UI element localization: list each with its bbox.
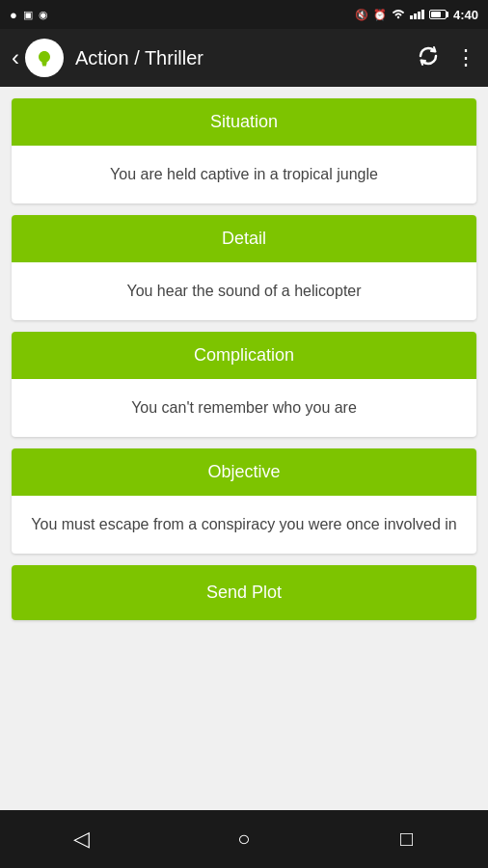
nav-bar: ◁ ○ □: [0, 810, 488, 868]
complication-text: You can't remember who you are: [131, 399, 357, 416]
refresh-icon: [417, 44, 440, 68]
signal-icon: [410, 10, 424, 19]
notification-icon: ●: [10, 8, 17, 22]
vibrate-icon: 🔇: [355, 9, 368, 21]
status-left-icons: ● ▣ ◉: [10, 8, 48, 22]
objective-header: Objective: [12, 448, 476, 496]
more-options-button[interactable]: ⋮: [455, 45, 476, 70]
objective-title: Objective: [207, 462, 280, 481]
nav-home-button[interactable]: ○: [220, 815, 268, 863]
recording-icon: ◉: [39, 9, 48, 21]
complication-card: Complication You can't remember who you …: [12, 332, 476, 437]
back-button[interactable]: ‹: [12, 44, 19, 71]
app-bar-actions: ⋮: [417, 44, 476, 71]
nav-back-button[interactable]: ◁: [57, 815, 105, 863]
app-bar-title: Action / Thriller: [75, 47, 417, 69]
situation-title: Situation: [210, 112, 278, 131]
nav-recent-button[interactable]: □: [383, 815, 431, 863]
svg-rect-1: [42, 65, 46, 67]
detail-card: Detail You hear the sound of a helicopte…: [12, 215, 476, 320]
detail-body: You hear the sound of a helicopter: [12, 262, 476, 320]
complication-title: Complication: [194, 345, 294, 365]
detail-header: Detail: [12, 215, 476, 262]
wifi-icon: [392, 8, 405, 22]
situation-text: You are held captive in a tropical jungl…: [110, 166, 378, 182]
objective-body: You must escape from a conspiracy you we…: [12, 496, 476, 554]
refresh-button[interactable]: [417, 44, 440, 71]
complication-body: You can't remember who you are: [12, 379, 476, 437]
photo-icon: ▣: [23, 9, 33, 21]
status-time: 4:40: [453, 8, 478, 22]
app-bar: ‹ Action / Thriller ⋮: [0, 29, 488, 87]
send-plot-button[interactable]: Send Plot: [12, 565, 476, 620]
status-bar: ● ▣ ◉ 🔇 ⏰ 4:40: [0, 0, 488, 29]
app-logo: [25, 39, 64, 77]
complication-header: Complication: [12, 332, 476, 379]
send-plot-card: Send Plot: [12, 565, 476, 620]
status-right-icons: 🔇 ⏰ 4:40: [355, 8, 478, 22]
situation-card: Situation You are held captive in a trop…: [12, 98, 476, 203]
lightbulb-icon: [33, 46, 56, 69]
objective-text: You must escape from a conspiracy you we…: [31, 516, 456, 532]
main-content: Situation You are held captive in a trop…: [0, 87, 488, 810]
battery-icon: [429, 10, 448, 19]
detail-text: You hear the sound of a helicopter: [126, 283, 361, 299]
detail-title: Detail: [222, 229, 266, 248]
situation-body: You are held captive in a tropical jungl…: [12, 146, 476, 203]
objective-card: Objective You must escape from a conspir…: [12, 448, 476, 554]
situation-header: Situation: [12, 98, 476, 146]
alarm-icon: ⏰: [373, 9, 387, 21]
